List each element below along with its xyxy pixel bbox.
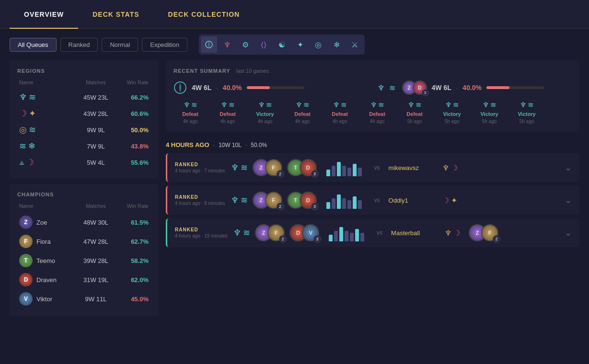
left-panel: REGIONS Name Matches Win Rate ♆ ≋ 45W 23… <box>10 60 158 322</box>
opponent-icons: ☽ ✦ <box>442 196 457 205</box>
player-champions: ♆ ≋ Z F 2 T D 3 <box>231 159 317 176</box>
match-card[interactable]: RANKED 4 hours ago · 7 minutes ♆ ≋ Z F 2… <box>166 153 579 182</box>
match-history-row: ♆≋ Defeat 4h ago ♆≋ Defeat 4h ago ♆≋ Vic… <box>173 101 572 124</box>
history-item[interactable]: ♆≋ Defeat 4h ago <box>323 101 357 124</box>
region-filter-ionia[interactable]: ☯ <box>274 36 290 53</box>
champion-row[interactable]: Z Zoe 48W 30L 61.5% <box>17 213 150 232</box>
queue-all[interactable]: All Queues <box>10 38 57 52</box>
summary-card-left: 4W 6L · 40.0% <box>173 81 368 94</box>
champions-col-headers: Name Matches Win Rate <box>17 203 150 209</box>
filter-bar: All Queues Ranked Normal Expedition ♆ ⚙ … <box>0 29 589 60</box>
region-filter-targon[interactable]: ◎ <box>310 36 326 53</box>
progress-fill-right <box>486 86 509 89</box>
champion-row[interactable]: F Fiora 47W 28L 62.7% <box>17 232 150 251</box>
region-filter-freljord[interactable]: ❄ <box>328 36 345 53</box>
queue-ranked[interactable]: Ranked <box>60 38 98 52</box>
queue-expedition[interactable]: Expedition <box>142 38 187 52</box>
champion-avatar: T <box>19 254 33 267</box>
champion-avatar: V <box>19 292 33 306</box>
region-filter-piltover[interactable]: ⚙ <box>237 36 254 53</box>
progress-bar-left <box>247 86 304 89</box>
recent-summary: RECENT SUMMARY last 10 games 4W 6L · 40.… <box>166 60 579 132</box>
opponent-icons: ♆ ☽ <box>445 228 460 238</box>
history-item[interactable]: ♆≋ Victory 5h ago <box>473 101 506 124</box>
nav-overview[interactable]: OVERVIEW <box>10 0 78 29</box>
champion-row[interactable]: V Viktor 9W 11L 45.0% <box>17 289 150 308</box>
regions-title: REGIONS <box>17 68 150 74</box>
main-content: REGIONS Name Matches Win Rate ♆ ≋ 45W 23… <box>0 60 589 322</box>
history-item[interactable]: ♆≋ Victory 5h ago <box>435 101 469 124</box>
region-row[interactable]: ☽ ✦ 43W 28L 60.6% <box>17 105 150 122</box>
match-chart <box>326 192 362 209</box>
right-panel: RECENT SUMMARY last 10 games 4W 6L · 40.… <box>166 60 579 322</box>
player-champions: ♆ ≋ Z F 2 T D 3 <box>231 192 317 209</box>
match-card[interactable]: RANKED 4 hours ago · 8 minutes ♆ ≋ Z F 2… <box>166 186 579 215</box>
champion-avatar: F <box>19 235 33 248</box>
history-item[interactable]: ♆≋ Defeat 4h ago <box>173 101 207 124</box>
champion-avatar: D <box>19 273 33 286</box>
summary-header: RECENT SUMMARY last 10 games <box>173 68 572 74</box>
region-row[interactable]: ♆ ≋ 45W 23L 66.2% <box>17 89 150 105</box>
player-champions: ♆ ≋ Z F 2 D V 3 <box>233 224 319 241</box>
history-item[interactable]: ♆≋ Defeat 4h ago <box>286 101 319 124</box>
champion-row[interactable]: D Draven 31W 19L 62.0% <box>17 270 150 289</box>
history-item[interactable]: ♆≋ Victory 5h ago <box>510 101 543 124</box>
opponent-icons: ♆ ☽ <box>442 163 458 172</box>
regions-col-headers: Name Matches Win Rate <box>17 80 150 85</box>
match-chart <box>329 224 364 241</box>
progress-bar-right <box>486 86 544 89</box>
champion-avatar: Z <box>19 216 33 229</box>
top-navigation: OVERVIEW DECK STATS DECK COLLECTION <box>0 0 589 29</box>
region-filters: ♆ ⚙ ⟨⟩ ☯ ✦ ◎ ❄ ⚔ <box>199 34 365 55</box>
region-filter-all[interactable] <box>201 36 217 53</box>
expand-button[interactable]: ⌄ <box>565 195 572 205</box>
region-row[interactable]: ◎ ≋ 9W 9L 50.0% <box>17 122 150 138</box>
expand-button[interactable]: ⌄ <box>565 162 572 173</box>
history-item[interactable]: ♆≋ Defeat 5h ago <box>398 101 431 124</box>
deck-icon-left <box>173 81 187 94</box>
region-row[interactable]: ⟁ ☽ 5W 4L 55.6% <box>17 154 150 171</box>
history-item[interactable]: ♆≋ Defeat 4h ago <box>211 101 244 124</box>
progress-fill-left <box>247 86 270 89</box>
queue-normal[interactable]: Normal <box>102 38 138 52</box>
nav-deck-stats[interactable]: DECK STATS <box>78 0 153 29</box>
match-chart <box>326 159 362 176</box>
champions-section: CHAMPIONS Name Matches Win Rate Z Zoe 48… <box>10 184 158 316</box>
region-filter-shurima[interactable]: ⚔ <box>346 36 363 53</box>
nav-deck-collection[interactable]: DECK COLLECTION <box>154 0 254 29</box>
regions-section: REGIONS Name Matches Win Rate ♆ ≋ 45W 23… <box>10 60 158 178</box>
time-section-header: 4 HOURS AGO · 10W 10L · 50.0% <box>166 137 579 153</box>
summary-card-right: ♆ ≋ Z D 3 4W 6L · 40.0% <box>378 80 572 95</box>
expand-button[interactable]: ⌄ <box>565 228 572 238</box>
region-filter-shadow[interactable]: ⟨⟩ <box>255 36 272 53</box>
summary-stats-row: 4W 6L · 40.0% ♆ ≋ Z D 3 4W 6L <box>173 80 572 95</box>
champion-row[interactable]: T Teemo 39W 28L 58.2% <box>17 251 150 270</box>
match-card[interactable]: RANKED 4 hours ago · 19 minutes ♆ ≋ Z F … <box>166 218 579 247</box>
region-filter-demacia[interactable]: ✦ <box>292 36 308 53</box>
region-row[interactable]: ≋ ❄ 7W 9L 43.8% <box>17 138 150 154</box>
history-item[interactable]: ♆≋ Victory 4h ago <box>248 101 282 124</box>
champions-title: CHAMPIONS <box>17 192 150 197</box>
region-filter-noxus[interactable]: ♆ <box>219 36 235 53</box>
history-item[interactable]: ♆≋ Defeat 4h ago <box>360 101 394 124</box>
